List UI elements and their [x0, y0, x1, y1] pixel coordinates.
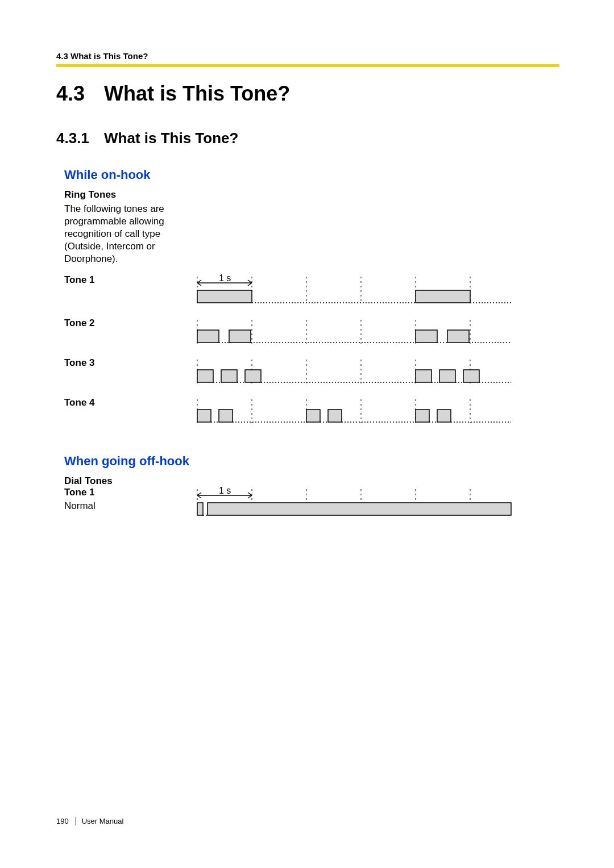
tone1-label: Tone 1 [64, 274, 195, 286]
tone3-diagram [195, 357, 513, 386]
svg-rect-34 [416, 370, 432, 382]
time-label: 1 s [219, 487, 231, 495]
footer-title: User Manual [76, 817, 124, 825]
subsection-heading: 4.3.1What is This Tone? [56, 130, 559, 147]
svg-rect-7 [197, 290, 252, 303]
onhook-heading: While on-hook [64, 168, 559, 182]
svg-rect-53 [416, 410, 429, 422]
svg-rect-70 [208, 503, 511, 515]
ring-tones-label: Ring Tones [64, 189, 559, 201]
page-number: 190 [56, 817, 76, 825]
tone3-label: Tone 3 [64, 357, 195, 369]
svg-rect-54 [437, 410, 451, 422]
svg-rect-19 [416, 330, 437, 343]
running-header: 4.3 What is This Tone? [56, 51, 559, 61]
svg-rect-32 [221, 370, 237, 382]
svg-rect-51 [306, 410, 320, 422]
dial-tone1-label: Tone 1 [64, 487, 195, 498]
dial-tone1-desc: Normal [64, 500, 195, 512]
dial-tones-label: Dial Tones [64, 475, 559, 487]
offhook-heading: When going off-hook [64, 454, 559, 469]
page-footer: 190User Manual [56, 817, 123, 825]
ring-tones-desc: The following tones are programmable all… [64, 203, 201, 265]
tone4-diagram [195, 397, 513, 425]
svg-rect-8 [416, 290, 470, 303]
svg-rect-36 [463, 370, 479, 382]
svg-rect-50 [219, 410, 233, 422]
svg-rect-20 [447, 330, 469, 343]
section-title: What is This Tone? [104, 82, 290, 105]
time-label: 1 s [219, 274, 231, 283]
dial-tone1-diagram: 1 s [195, 487, 513, 519]
tone2-label: Tone 2 [64, 318, 195, 329]
svg-rect-52 [328, 410, 342, 422]
tone1-diagram: 1 s [195, 274, 513, 306]
svg-rect-18 [229, 330, 251, 343]
tone4-label: Tone 4 [64, 397, 195, 408]
subsection-title: What is This Tone? [104, 130, 238, 147]
svg-rect-31 [197, 370, 213, 382]
tone2-diagram [195, 318, 513, 346]
svg-rect-17 [197, 330, 219, 343]
svg-rect-33 [245, 370, 261, 382]
header-rule [56, 64, 559, 67]
section-number: 4.3 [56, 82, 104, 106]
subsection-number: 4.3.1 [56, 130, 104, 147]
section-heading: 4.3What is This Tone? [56, 82, 559, 106]
svg-rect-35 [439, 370, 455, 382]
svg-rect-49 [197, 410, 211, 422]
svg-rect-68 [197, 503, 203, 515]
